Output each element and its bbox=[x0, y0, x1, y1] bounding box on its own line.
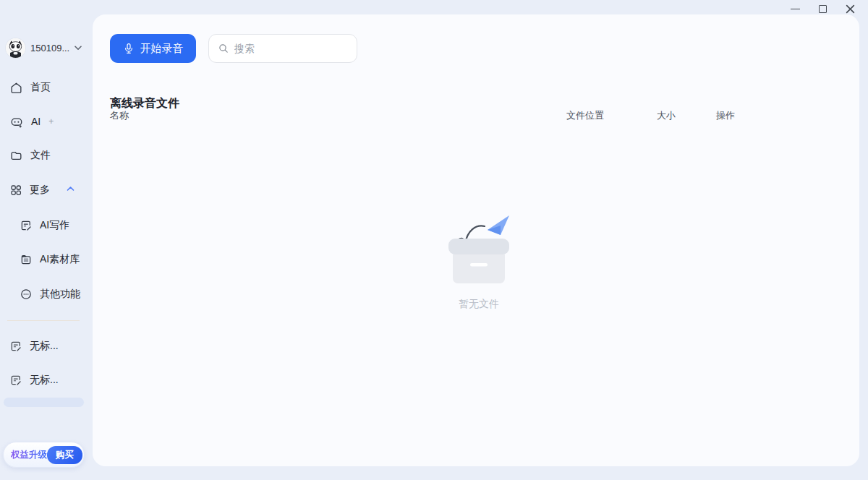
sidebar-item-more[interactable]: 更多 bbox=[9, 181, 50, 200]
doc-edit-icon bbox=[20, 219, 33, 232]
chevron-up-icon[interactable] bbox=[67, 186, 75, 192]
sidebar-item-home[interactable]: 首页 bbox=[9, 78, 51, 97]
minimize-button[interactable] bbox=[781, 0, 809, 17]
sidebar-item-label: 文件 bbox=[30, 149, 51, 162]
empty-state: 暂无文件 bbox=[421, 208, 537, 311]
search-box[interactable] bbox=[208, 34, 357, 63]
sidebar-item-ai-library[interactable]: AI素材库 bbox=[20, 250, 80, 269]
column-header-location: 文件位置 bbox=[566, 109, 604, 122]
sidebar-item-ai-writing[interactable]: AI写作 bbox=[20, 216, 69, 235]
sidebar-item-label: AI bbox=[31, 116, 41, 127]
close-button[interactable] bbox=[836, 0, 864, 17]
main-panel: 开始录音 离线录音文件 名称 文件位置 大小 操作 暂无文件 bbox=[93, 14, 859, 466]
microphone-icon bbox=[123, 43, 135, 54]
empty-box-paper-plane-illustration bbox=[428, 208, 529, 289]
sidebar-item-label: AI写作 bbox=[40, 219, 69, 232]
sidebar-item-label: 无标... bbox=[30, 374, 59, 387]
sidebar-item-label: 更多 bbox=[30, 184, 50, 197]
sidebar-item-label: 其他功能 bbox=[40, 288, 80, 301]
sidebar-item-label: 无标... bbox=[30, 340, 59, 353]
empty-state-label: 暂无文件 bbox=[421, 298, 537, 311]
column-header-name: 名称 bbox=[110, 109, 129, 122]
folder-icon bbox=[9, 149, 23, 163]
ai-robot-icon bbox=[9, 115, 24, 129]
cat-avatar-icon bbox=[6, 38, 25, 58]
maximize-button[interactable] bbox=[809, 0, 836, 17]
chevron-down-icon bbox=[75, 46, 82, 51]
ai-plus-suffix: + bbox=[48, 116, 54, 127]
doc-edit-icon bbox=[9, 340, 22, 353]
start-recording-button[interactable]: 开始录音 bbox=[110, 34, 196, 63]
home-icon bbox=[9, 81, 23, 95]
apps-grid-icon bbox=[9, 184, 22, 197]
start-recording-label: 开始录音 bbox=[140, 42, 184, 56]
sidebar-item-untitled-1[interactable]: 无标... bbox=[9, 337, 59, 356]
sidebar: 150109... 首页 AI + 文件 更 bbox=[0, 0, 93, 480]
sidebar-clipped-item-highlight bbox=[4, 398, 84, 407]
sidebar-item-label: 首页 bbox=[30, 81, 51, 94]
sidebar-item-other-functions[interactable]: 其他功能 bbox=[20, 285, 80, 304]
sidebar-item-untitled-2[interactable]: 无标... bbox=[9, 371, 59, 390]
app-window: { "colors": { "primary": "#2b6bf3", "bac… bbox=[0, 0, 868, 480]
minimize-icon bbox=[791, 9, 800, 9]
sidebar-item-ai[interactable]: AI + bbox=[9, 112, 54, 131]
sidebar-item-files[interactable]: 文件 bbox=[9, 146, 51, 165]
sidebar-divider bbox=[7, 320, 80, 321]
search-icon bbox=[218, 43, 229, 54]
sidebar-item-label: AI素材库 bbox=[40, 253, 80, 266]
search-input[interactable] bbox=[234, 43, 336, 54]
upgrade-label: 权益升级 bbox=[11, 449, 47, 461]
user-name: 150109... bbox=[30, 43, 69, 53]
window-controls bbox=[781, 0, 864, 17]
column-header-size: 大小 bbox=[657, 109, 676, 122]
library-icon bbox=[20, 253, 33, 266]
more-circle-icon bbox=[20, 288, 33, 301]
maximize-icon bbox=[819, 5, 827, 13]
doc-edit-icon bbox=[9, 374, 22, 387]
column-header-actions: 操作 bbox=[716, 109, 735, 122]
buy-button[interactable]: 购买 bbox=[47, 446, 82, 464]
close-icon bbox=[846, 4, 855, 14]
upgrade-banner[interactable]: 权益升级 购买 bbox=[3, 442, 85, 468]
user-account-menu[interactable]: 150109... bbox=[6, 38, 82, 58]
